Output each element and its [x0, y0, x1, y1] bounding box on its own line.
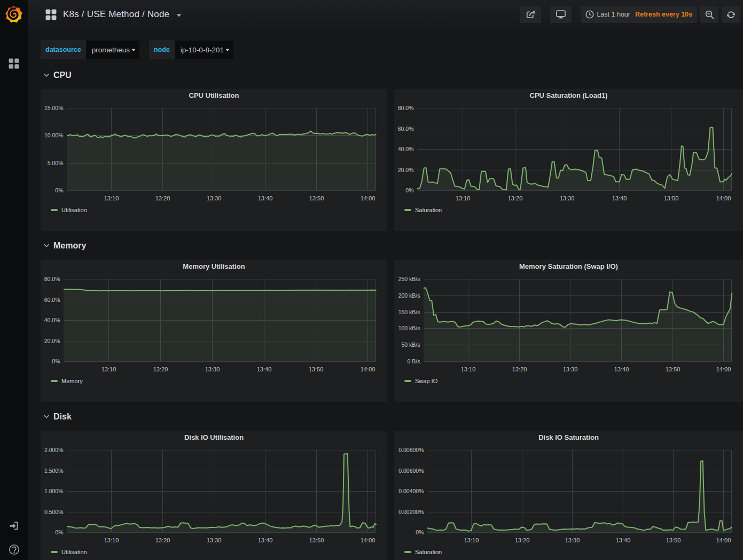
svg-text:1.000%: 1.000%: [44, 488, 64, 494]
legend-swatch: [51, 551, 58, 553]
chart-canvas-memory-saturation[interactable]: 0 B/s50 kB/s100 kB/s150 kB/s200 kB/s250 …: [394, 260, 743, 402]
graph-memory-utilisation[interactable]: 0%20.0%40.0%60.0%80.0%13:1013:2013:3013:…: [41, 260, 387, 402]
svg-text:0.00400%: 0.00400%: [398, 488, 424, 494]
svg-text:13:30: 13:30: [207, 195, 222, 201]
sidebar-item-dashboards[interactable]: [0, 52, 28, 75]
clock-icon: [585, 10, 594, 19]
cycle-view-mode-button[interactable]: [550, 6, 572, 23]
chevron-down-icon: [43, 414, 50, 420]
row-title: Memory: [53, 241, 86, 251]
svg-text:14:00: 14:00: [716, 537, 731, 543]
dashboard-title-button[interactable]: K8s / USE Method / Node: [45, 6, 182, 22]
legend-item[interactable]: Utilisation: [51, 207, 87, 213]
sidebar-item-help[interactable]: [0, 538, 28, 560]
panel-cpu-saturation: CPU Saturation (Load1)0%20.0%40.0%60.0%8…: [394, 89, 743, 231]
svg-text:2.000%: 2.000%: [44, 447, 64, 453]
time-range-label: Last 1 hour: [597, 11, 630, 18]
graph-cpu-saturation[interactable]: 0%20.0%40.0%60.0%80.0%13:1013:2013:3013:…: [394, 89, 743, 231]
navbar: K8s / USE Method / Node: [28, 0, 743, 29]
time-picker-button[interactable]: Last 1 hour Refresh every 10s: [581, 6, 697, 23]
refresh-button[interactable]: [722, 6, 740, 23]
svg-text:13:10: 13:10: [104, 195, 119, 201]
share-icon: [526, 10, 535, 19]
svg-text:250 kB/s: 250 kB/s: [398, 276, 420, 282]
svg-text:1.500%: 1.500%: [44, 468, 64, 474]
svg-text:10.00%: 10.00%: [44, 132, 64, 138]
legend-item[interactable]: Saturation: [404, 549, 442, 555]
legend-item[interactable]: Swap IO: [404, 378, 437, 384]
svg-text:13:50: 13:50: [666, 537, 681, 543]
svg-text:60.0%: 60.0%: [398, 126, 414, 132]
legend-label: Swap IO: [415, 378, 437, 384]
panel-disk-io-saturation: Disk IO Saturation0%0.00200%0.00400%0.00…: [394, 431, 743, 560]
svg-text:13:50: 13:50: [309, 195, 324, 201]
monitor-icon: [556, 10, 566, 19]
legend-label: Saturation: [415, 207, 442, 213]
graph-cpu-utilisation[interactable]: 0%5.00%10.00%15.00%13:1013:2013:3013:401…: [41, 89, 387, 231]
chevron-down-icon: [43, 72, 50, 79]
chart-canvas-cpu-saturation[interactable]: 0%20.0%40.0%60.0%80.0%13:1013:2013:3013:…: [394, 89, 743, 231]
chart-canvas-disk-io-saturation[interactable]: 0%0.00200%0.00400%0.00600%0.00800%13:101…: [394, 431, 743, 560]
dashboard-grid: CPUCPU Utilisation0%5.00%10.00%15.00%13:…: [0, 29, 743, 560]
graph-memory-saturation[interactable]: 0 B/s50 kB/s100 kB/s150 kB/s200 kB/s250 …: [394, 260, 743, 402]
svg-text:15.00%: 15.00%: [44, 105, 64, 111]
legend-label: Saturation: [415, 549, 442, 555]
svg-text:60.0%: 60.0%: [44, 297, 60, 303]
zoom-out-icon: [705, 10, 714, 19]
chevron-down-icon: [43, 72, 50, 79]
svg-text:14:00: 14:00: [361, 195, 376, 201]
chart-canvas-cpu-utilisation[interactable]: 0%5.00%10.00%15.00%13:1013:2013:3013:401…: [41, 89, 387, 231]
legend-item[interactable]: Memory: [51, 378, 83, 384]
svg-text:13:20: 13:20: [512, 366, 527, 372]
row-header-cpu[interactable]: CPU: [43, 68, 72, 82]
graph-disk-io-utilisation[interactable]: 0%0.500%1.000%1.500%2.000%13:1013:2013:3…: [41, 431, 387, 560]
panel-disk-io-utilisation: Disk IO Utilisation0%0.500%1.000%1.500%2…: [41, 431, 387, 560]
refresh-interval-label: Refresh every 10s: [635, 11, 692, 18]
svg-text:13:30: 13:30: [207, 537, 222, 543]
row-title: CPU: [53, 71, 72, 80]
svg-text:0%: 0%: [405, 187, 413, 193]
svg-text:13:50: 13:50: [309, 537, 324, 543]
dashboard-title: K8s / USE Method / Node: [63, 9, 169, 20]
zoom-out-button[interactable]: [700, 6, 718, 23]
svg-text:0.500%: 0.500%: [44, 509, 64, 515]
svg-text:150 kB/s: 150 kB/s: [398, 309, 420, 315]
legend-item[interactable]: Saturation: [404, 207, 442, 213]
grafana-logo[interactable]: [5, 5, 23, 24]
svg-text:14:00: 14:00: [361, 366, 376, 372]
chart-canvas-memory-utilisation[interactable]: 0%20.0%40.0%60.0%80.0%13:1013:2013:3013:…: [41, 260, 387, 402]
svg-text:13:40: 13:40: [616, 537, 631, 543]
svg-text:13:40: 13:40: [614, 366, 629, 372]
grafana-app: K8s / USE Method / Node: [0, 0, 743, 560]
refresh-icon: [726, 10, 736, 19]
svg-text:0%: 0%: [52, 358, 60, 364]
apps-grid-icon: [45, 9, 57, 21]
svg-text:0 B/s: 0 B/s: [408, 358, 420, 364]
svg-text:13:30: 13:30: [205, 366, 220, 372]
svg-text:13:20: 13:20: [515, 537, 530, 543]
help-icon: [9, 544, 20, 555]
legend-label: Utilisation: [61, 207, 87, 213]
share-button[interactable]: [520, 6, 541, 23]
apps-grid-icon: [8, 58, 20, 69]
row-header-disk[interactable]: Disk: [43, 410, 72, 424]
graph-disk-io-saturation[interactable]: 0%0.00200%0.00400%0.00600%0.00800%13:101…: [394, 431, 743, 560]
sidebar: [0, 0, 28, 560]
sign-in-icon: [9, 520, 19, 531]
legend-swatch: [404, 551, 411, 553]
svg-text:20.0%: 20.0%: [44, 338, 60, 344]
svg-text:50 kB/s: 50 kB/s: [401, 341, 420, 348]
row-header-memory[interactable]: Memory: [43, 239, 86, 253]
svg-text:200 kB/s: 200 kB/s: [398, 292, 420, 299]
svg-text:14:00: 14:00: [361, 537, 376, 543]
chart-canvas-disk-io-utilisation[interactable]: 0%0.500%1.000%1.500%2.000%13:1013:2013:3…: [41, 431, 387, 560]
panel-memory-saturation: Memory Saturation (Swap I/O)0 B/s50 kB/s…: [394, 260, 743, 402]
svg-text:14:00: 14:00: [716, 366, 731, 372]
legend-item[interactable]: Utilisation: [51, 549, 87, 555]
sidebar-item-sign-in[interactable]: [0, 514, 28, 538]
svg-text:80.0%: 80.0%: [44, 276, 60, 282]
svg-text:20.0%: 20.0%: [398, 167, 414, 173]
svg-text:0%: 0%: [55, 187, 63, 193]
svg-text:0%: 0%: [55, 529, 63, 535]
legend-label: Utilisation: [61, 549, 87, 555]
